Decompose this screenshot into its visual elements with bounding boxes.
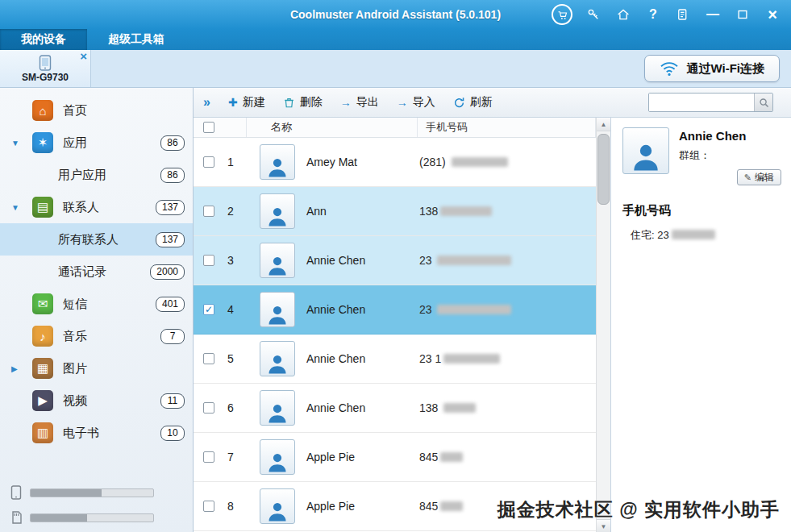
- contact-row[interactable]: ✓4Annie Chen23: [194, 285, 596, 335]
- sidebar-item-contacts[interactable]: ▼▤联系人137: [0, 191, 193, 223]
- phone-prefix: 23: [419, 254, 435, 267]
- sd-card-icon: [10, 510, 23, 525]
- sidebar-item-photos[interactable]: ▶▦图片: [0, 352, 193, 384]
- expand-down-icon[interactable]: ▼: [11, 139, 19, 148]
- search-input[interactable]: [649, 94, 754, 111]
- detail-group-label: 群组：: [679, 148, 781, 163]
- sidebar-item-sms[interactable]: ✉短信401: [0, 288, 193, 320]
- pencil-icon: ✎: [744, 172, 751, 183]
- contact-phone: 138: [419, 401, 596, 414]
- contact-avatar-icon: [260, 341, 295, 376]
- wifi-connect-button[interactable]: 通过Wi-Fi连接: [644, 55, 780, 82]
- collapse-sidebar-icon[interactable]: »: [202, 95, 212, 110]
- help-icon[interactable]: ?: [644, 6, 662, 23]
- row-checkbox[interactable]: [203, 402, 214, 414]
- detail-contact-name: Annie Chen: [679, 129, 781, 143]
- table-scrollbar[interactable]: ▲ ▼: [596, 118, 610, 532]
- device-card[interactable]: × SM-G9730: [0, 50, 91, 87]
- contact-list: 1Amey Mat(281) 2Ann1383Annie Chen23 ✓4An…: [194, 138, 596, 532]
- delete-button[interactable]: 删除: [283, 95, 323, 110]
- tool-button-label: 导出: [356, 95, 379, 110]
- storage-indicators: [10, 475, 184, 525]
- sidebar-item-label: 通话记录: [58, 264, 106, 280]
- sidebar-item-home[interactable]: ⌂首页: [0, 94, 193, 127]
- close-button[interactable]: ×: [764, 6, 781, 23]
- edit-button[interactable]: ✎ 编辑: [737, 169, 781, 185]
- expand-right-icon[interactable]: ▶: [11, 364, 18, 373]
- search-icon[interactable]: [754, 94, 772, 111]
- contact-row[interactable]: 6Annie Chen138: [194, 384, 596, 433]
- sidebar: ⌂首页▼✶应用86用户应用86▼▤联系人137所有联系人137通话记录2000✉…: [0, 88, 194, 532]
- sidebar-item-music[interactable]: ♪音乐7: [0, 320, 193, 352]
- column-phone[interactable]: 手机号码: [418, 118, 596, 137]
- sidebar-item-ebooks[interactable]: ▥电子书10: [0, 417, 193, 449]
- scroll-thumb[interactable]: [597, 134, 610, 205]
- sd-storage-bar: [30, 513, 154, 522]
- sidebar-item-call-logs[interactable]: 通话记录2000: [0, 256, 193, 288]
- tab-my-device[interactable]: 我的设备: [0, 29, 87, 50]
- contact-name: Annie Chen: [306, 401, 419, 414]
- detail-header: Annie Chen 群组： ✎ 编辑: [622, 127, 781, 185]
- expand-down-icon[interactable]: ▼: [11, 203, 19, 212]
- contact-row[interactable]: 1Amey Mat(281): [194, 138, 596, 187]
- select-all-checkbox[interactable]: [203, 122, 214, 133]
- redacted-phone: [672, 230, 715, 239]
- count-badge: 2000: [150, 264, 185, 280]
- new-button[interactable]: ✚新建: [228, 95, 265, 110]
- home-icon[interactable]: [614, 6, 632, 23]
- contact-avatar-icon: [260, 292, 295, 327]
- maximize-button[interactable]: [734, 6, 751, 23]
- row-checkbox[interactable]: [203, 353, 214, 364]
- row-checkbox[interactable]: [203, 255, 214, 266]
- device-name: SM-G9730: [22, 72, 69, 83]
- redacted-phone: [443, 403, 476, 413]
- tab-super-toolkit[interactable]: 超级工具箱: [87, 29, 185, 50]
- phone-prefix: (281): [419, 156, 449, 168]
- row-checkbox[interactable]: [203, 156, 214, 168]
- column-name[interactable]: 名称: [247, 118, 418, 137]
- contact-row[interactable]: 7Apple Pie845: [194, 433, 596, 482]
- row-index: 1: [214, 156, 247, 168]
- titlebar: Coolmuster Android Assistant (5.0.101) ?…: [0, 0, 791, 29]
- import-button[interactable]: →导入: [397, 95, 435, 110]
- row-index: 5: [214, 352, 247, 365]
- count-badge: 86: [160, 135, 185, 151]
- redacted-phone: [440, 206, 492, 216]
- videos-tile-icon: ▶: [32, 390, 53, 411]
- phone-storage-icon: [10, 485, 23, 500]
- sidebar-item-videos[interactable]: ▶视频11: [0, 384, 193, 417]
- device-close-icon[interactable]: ×: [80, 50, 87, 62]
- scroll-down-arrow[interactable]: ▼: [597, 519, 610, 532]
- contact-row[interactable]: 8Apple Pie845: [194, 482, 596, 531]
- plus-icon: ✚: [228, 96, 238, 109]
- sidebar-item-user-apps[interactable]: 用户应用86: [0, 159, 193, 191]
- detail-info: Annie Chen 群组： ✎ 编辑: [679, 127, 781, 185]
- row-checkbox[interactable]: ✓: [203, 304, 214, 315]
- sidebar-item-all-contacts[interactable]: 所有联系人137: [0, 223, 193, 256]
- contact-phone: 23 1: [419, 352, 596, 365]
- contact-row[interactable]: 2Ann138: [194, 187, 596, 236]
- contact-row[interactable]: 3Annie Chen23: [194, 236, 596, 285]
- export-button[interactable]: →导出: [340, 95, 379, 110]
- contact-phone: 845: [419, 451, 596, 463]
- redacted-phone: [437, 256, 511, 265]
- minimize-button[interactable]: —: [704, 6, 722, 23]
- store-cart-icon[interactable]: [552, 4, 572, 25]
- row-checkbox[interactable]: [203, 501, 214, 512]
- redacted-phone: [440, 452, 463, 462]
- scroll-up-arrow[interactable]: ▲: [597, 118, 610, 131]
- refresh-button[interactable]: 刷新: [453, 95, 493, 110]
- lower-region: 名称 手机号码 1Amey Mat(281) 2Ann1383Annie Che…: [194, 118, 791, 532]
- detail-home-phone: 住宅: 23: [622, 228, 781, 243]
- import-arrow-icon: →: [397, 96, 408, 109]
- count-badge: 137: [156, 200, 185, 215]
- main-region: » ✚新建删除→导出→导入刷新 名称 手机号码: [194, 88, 791, 532]
- phone-storage-row: [10, 485, 184, 500]
- row-checkbox[interactable]: [203, 206, 214, 217]
- row-checkbox[interactable]: [203, 451, 214, 463]
- sidebar-item-apps[interactable]: ▼✶应用86: [0, 127, 193, 159]
- contact-row[interactable]: 5Annie Chen23 1: [194, 335, 596, 384]
- log-document-icon[interactable]: [674, 6, 692, 23]
- count-badge: 11: [160, 393, 185, 409]
- register-key-icon[interactable]: [585, 6, 602, 23]
